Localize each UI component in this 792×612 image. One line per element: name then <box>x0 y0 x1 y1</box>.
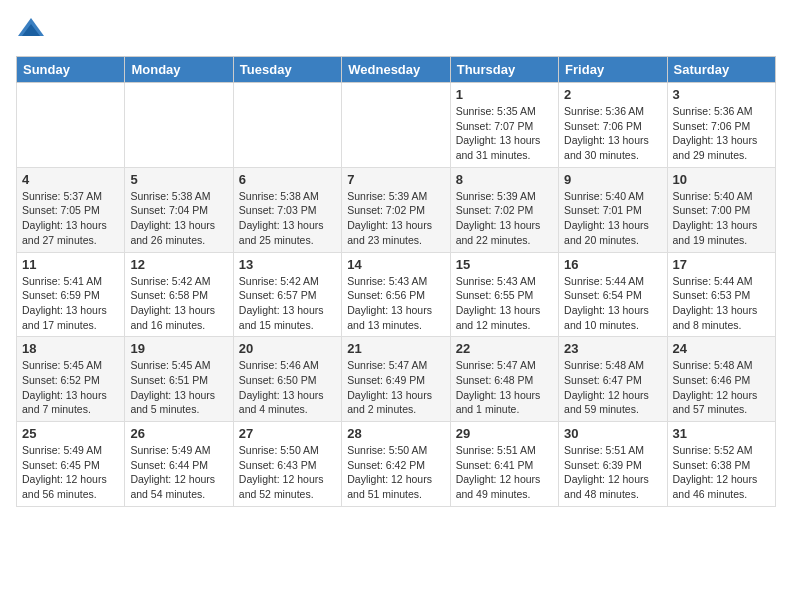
day-info: Sunrise: 5:47 AM Sunset: 6:49 PM Dayligh… <box>347 358 444 417</box>
weekday-header-friday: Friday <box>559 57 667 83</box>
day-number: 18 <box>22 341 119 356</box>
calendar-cell: 14Sunrise: 5:43 AM Sunset: 6:56 PM Dayli… <box>342 252 450 337</box>
day-info: Sunrise: 5:45 AM Sunset: 6:51 PM Dayligh… <box>130 358 227 417</box>
day-number: 31 <box>673 426 770 441</box>
calendar-cell: 3Sunrise: 5:36 AM Sunset: 7:06 PM Daylig… <box>667 83 775 168</box>
day-number: 30 <box>564 426 661 441</box>
day-number: 14 <box>347 257 444 272</box>
calendar-header: SundayMondayTuesdayWednesdayThursdayFrid… <box>17 57 776 83</box>
day-number: 25 <box>22 426 119 441</box>
weekday-header-thursday: Thursday <box>450 57 558 83</box>
calendar-cell <box>342 83 450 168</box>
calendar-table: SundayMondayTuesdayWednesdayThursdayFrid… <box>16 56 776 507</box>
calendar-cell: 5Sunrise: 5:38 AM Sunset: 7:04 PM Daylig… <box>125 167 233 252</box>
calendar-cell <box>125 83 233 168</box>
calendar-cell: 27Sunrise: 5:50 AM Sunset: 6:43 PM Dayli… <box>233 422 341 507</box>
day-info: Sunrise: 5:40 AM Sunset: 7:01 PM Dayligh… <box>564 189 661 248</box>
calendar-week-5: 25Sunrise: 5:49 AM Sunset: 6:45 PM Dayli… <box>17 422 776 507</box>
calendar-cell: 31Sunrise: 5:52 AM Sunset: 6:38 PM Dayli… <box>667 422 775 507</box>
day-info: Sunrise: 5:49 AM Sunset: 6:44 PM Dayligh… <box>130 443 227 502</box>
calendar-cell: 15Sunrise: 5:43 AM Sunset: 6:55 PM Dayli… <box>450 252 558 337</box>
calendar-cell: 8Sunrise: 5:39 AM Sunset: 7:02 PM Daylig… <box>450 167 558 252</box>
calendar-cell: 26Sunrise: 5:49 AM Sunset: 6:44 PM Dayli… <box>125 422 233 507</box>
calendar-cell: 22Sunrise: 5:47 AM Sunset: 6:48 PM Dayli… <box>450 337 558 422</box>
day-info: Sunrise: 5:39 AM Sunset: 7:02 PM Dayligh… <box>456 189 553 248</box>
calendar-cell: 23Sunrise: 5:48 AM Sunset: 6:47 PM Dayli… <box>559 337 667 422</box>
calendar-cell: 10Sunrise: 5:40 AM Sunset: 7:00 PM Dayli… <box>667 167 775 252</box>
day-info: Sunrise: 5:51 AM Sunset: 6:39 PM Dayligh… <box>564 443 661 502</box>
day-info: Sunrise: 5:37 AM Sunset: 7:05 PM Dayligh… <box>22 189 119 248</box>
day-info: Sunrise: 5:44 AM Sunset: 6:53 PM Dayligh… <box>673 274 770 333</box>
logo-icon <box>16 16 46 46</box>
calendar-cell: 17Sunrise: 5:44 AM Sunset: 6:53 PM Dayli… <box>667 252 775 337</box>
day-info: Sunrise: 5:38 AM Sunset: 7:04 PM Dayligh… <box>130 189 227 248</box>
calendar-cell: 18Sunrise: 5:45 AM Sunset: 6:52 PM Dayli… <box>17 337 125 422</box>
calendar-cell: 28Sunrise: 5:50 AM Sunset: 6:42 PM Dayli… <box>342 422 450 507</box>
day-number: 2 <box>564 87 661 102</box>
logo <box>16 16 50 46</box>
day-info: Sunrise: 5:50 AM Sunset: 6:42 PM Dayligh… <box>347 443 444 502</box>
day-info: Sunrise: 5:52 AM Sunset: 6:38 PM Dayligh… <box>673 443 770 502</box>
calendar-cell <box>17 83 125 168</box>
calendar-cell: 9Sunrise: 5:40 AM Sunset: 7:01 PM Daylig… <box>559 167 667 252</box>
day-info: Sunrise: 5:48 AM Sunset: 6:46 PM Dayligh… <box>673 358 770 417</box>
day-info: Sunrise: 5:35 AM Sunset: 7:07 PM Dayligh… <box>456 104 553 163</box>
day-number: 6 <box>239 172 336 187</box>
weekday-row: SundayMondayTuesdayWednesdayThursdayFrid… <box>17 57 776 83</box>
weekday-header-wednesday: Wednesday <box>342 57 450 83</box>
calendar-cell: 25Sunrise: 5:49 AM Sunset: 6:45 PM Dayli… <box>17 422 125 507</box>
calendar-cell: 20Sunrise: 5:46 AM Sunset: 6:50 PM Dayli… <box>233 337 341 422</box>
day-info: Sunrise: 5:43 AM Sunset: 6:55 PM Dayligh… <box>456 274 553 333</box>
day-number: 3 <box>673 87 770 102</box>
day-info: Sunrise: 5:43 AM Sunset: 6:56 PM Dayligh… <box>347 274 444 333</box>
day-number: 12 <box>130 257 227 272</box>
calendar-cell: 1Sunrise: 5:35 AM Sunset: 7:07 PM Daylig… <box>450 83 558 168</box>
calendar-cell: 13Sunrise: 5:42 AM Sunset: 6:57 PM Dayli… <box>233 252 341 337</box>
day-info: Sunrise: 5:36 AM Sunset: 7:06 PM Dayligh… <box>564 104 661 163</box>
calendar-cell: 16Sunrise: 5:44 AM Sunset: 6:54 PM Dayli… <box>559 252 667 337</box>
day-info: Sunrise: 5:48 AM Sunset: 6:47 PM Dayligh… <box>564 358 661 417</box>
day-info: Sunrise: 5:41 AM Sunset: 6:59 PM Dayligh… <box>22 274 119 333</box>
day-number: 7 <box>347 172 444 187</box>
day-info: Sunrise: 5:42 AM Sunset: 6:57 PM Dayligh… <box>239 274 336 333</box>
day-info: Sunrise: 5:47 AM Sunset: 6:48 PM Dayligh… <box>456 358 553 417</box>
calendar-cell: 12Sunrise: 5:42 AM Sunset: 6:58 PM Dayli… <box>125 252 233 337</box>
calendar-week-1: 1Sunrise: 5:35 AM Sunset: 7:07 PM Daylig… <box>17 83 776 168</box>
day-number: 9 <box>564 172 661 187</box>
day-number: 24 <box>673 341 770 356</box>
calendar-cell: 6Sunrise: 5:38 AM Sunset: 7:03 PM Daylig… <box>233 167 341 252</box>
day-number: 22 <box>456 341 553 356</box>
calendar-week-3: 11Sunrise: 5:41 AM Sunset: 6:59 PM Dayli… <box>17 252 776 337</box>
day-number: 8 <box>456 172 553 187</box>
calendar-cell <box>233 83 341 168</box>
weekday-header-tuesday: Tuesday <box>233 57 341 83</box>
day-number: 13 <box>239 257 336 272</box>
day-number: 5 <box>130 172 227 187</box>
day-number: 19 <box>130 341 227 356</box>
day-number: 20 <box>239 341 336 356</box>
day-info: Sunrise: 5:51 AM Sunset: 6:41 PM Dayligh… <box>456 443 553 502</box>
day-info: Sunrise: 5:50 AM Sunset: 6:43 PM Dayligh… <box>239 443 336 502</box>
day-info: Sunrise: 5:49 AM Sunset: 6:45 PM Dayligh… <box>22 443 119 502</box>
day-number: 17 <box>673 257 770 272</box>
day-number: 27 <box>239 426 336 441</box>
page-header <box>16 16 776 46</box>
calendar-cell: 11Sunrise: 5:41 AM Sunset: 6:59 PM Dayli… <box>17 252 125 337</box>
day-number: 16 <box>564 257 661 272</box>
day-number: 28 <box>347 426 444 441</box>
day-number: 10 <box>673 172 770 187</box>
calendar-cell: 21Sunrise: 5:47 AM Sunset: 6:49 PM Dayli… <box>342 337 450 422</box>
day-info: Sunrise: 5:36 AM Sunset: 7:06 PM Dayligh… <box>673 104 770 163</box>
calendar-cell: 19Sunrise: 5:45 AM Sunset: 6:51 PM Dayli… <box>125 337 233 422</box>
day-number: 29 <box>456 426 553 441</box>
day-number: 23 <box>564 341 661 356</box>
day-number: 11 <box>22 257 119 272</box>
day-info: Sunrise: 5:44 AM Sunset: 6:54 PM Dayligh… <box>564 274 661 333</box>
weekday-header-monday: Monday <box>125 57 233 83</box>
calendar-cell: 2Sunrise: 5:36 AM Sunset: 7:06 PM Daylig… <box>559 83 667 168</box>
day-number: 26 <box>130 426 227 441</box>
day-info: Sunrise: 5:39 AM Sunset: 7:02 PM Dayligh… <box>347 189 444 248</box>
day-info: Sunrise: 5:40 AM Sunset: 7:00 PM Dayligh… <box>673 189 770 248</box>
day-info: Sunrise: 5:45 AM Sunset: 6:52 PM Dayligh… <box>22 358 119 417</box>
calendar-cell: 4Sunrise: 5:37 AM Sunset: 7:05 PM Daylig… <box>17 167 125 252</box>
